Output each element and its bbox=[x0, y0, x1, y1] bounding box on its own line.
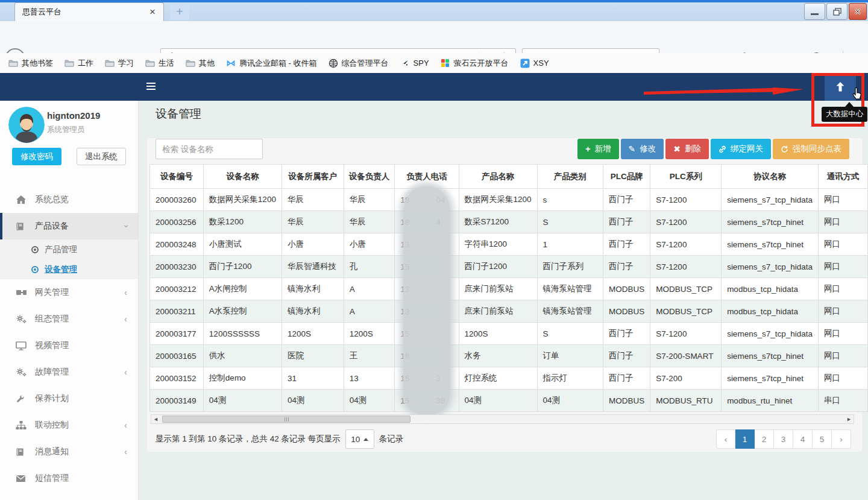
bookmark-item[interactable]: SPY bbox=[400, 59, 429, 68]
action-button-3[interactable]: 绑定网关 bbox=[711, 139, 771, 159]
cell-comm: 网口 bbox=[818, 233, 867, 256]
window-minimize-button[interactable] bbox=[804, 3, 825, 20]
cell-plc_series: S7-1200 bbox=[650, 211, 722, 233]
page-button-4[interactable]: 4 bbox=[793, 429, 813, 449]
sidebar-item-0[interactable]: 系统总览 bbox=[0, 186, 138, 213]
big-data-center-tooltip: 大数据中心 bbox=[822, 107, 867, 122]
cell-customer: 04测 bbox=[281, 390, 344, 412]
change-password-button[interactable]: 修改密码 bbox=[12, 148, 61, 165]
cell-product: 04测 bbox=[459, 390, 537, 412]
page-button-5[interactable]: 5 bbox=[813, 429, 832, 449]
table-row[interactable]: 200003256数采1200华辰华辰184数采S71200S西门子S7-120… bbox=[150, 211, 868, 233]
tab-title: 思普云平台 bbox=[22, 7, 146, 17]
sidebar-item-5[interactable]: 故障管理‹ bbox=[0, 359, 138, 385]
scrollbar-track[interactable] bbox=[160, 415, 844, 423]
page-next-button[interactable]: › bbox=[832, 429, 851, 449]
sidebar-item-6[interactable]: 保养计划 bbox=[0, 385, 138, 412]
big-data-center-button[interactable] bbox=[825, 73, 856, 101]
action-button-1[interactable]: ✎修改 bbox=[621, 139, 664, 159]
table-row[interactable]: 200003165供水医院王18水务订单西门子S7-200-SMARTsieme… bbox=[150, 345, 868, 367]
page-button-3[interactable]: 3 bbox=[774, 429, 793, 449]
x-icon: ✖ bbox=[673, 144, 681, 154]
bookmark-item[interactable]: 综合管理平台 bbox=[329, 58, 389, 69]
new-tab-button[interactable]: + bbox=[170, 4, 189, 20]
page-size-value: 10 bbox=[351, 435, 360, 444]
cell-protocol: siemens_s7_tcp_hidata bbox=[722, 323, 819, 345]
page-button-2[interactable]: 2 bbox=[755, 429, 774, 449]
user-name: hignton2019 bbox=[47, 110, 100, 121]
table-row[interactable]: 200003260数据网关采集1200华辰华辰1804数据网关采集1200s西门… bbox=[150, 189, 868, 211]
sidebar-subitem-1[interactable]: 设备管理 bbox=[0, 259, 138, 279]
bookmark-item[interactable]: 其他 bbox=[186, 58, 215, 69]
action-button-2[interactable]: ✖删除 bbox=[665, 139, 709, 159]
cell-category: 镇海泵站管理 bbox=[537, 278, 603, 300]
bookmark-label: SPY bbox=[414, 59, 429, 68]
sidebar-collapse-icon[interactable] bbox=[146, 83, 156, 92]
cell-plc_series: MODBUS_RTU bbox=[650, 390, 722, 412]
sidebar-item-8[interactable]: 消息通知‹ bbox=[0, 438, 138, 465]
sidebar-item-label: 系统总览 bbox=[35, 194, 69, 205]
page-button-1[interactable]: 1 bbox=[735, 429, 755, 449]
cell-name: A水闸控制 bbox=[203, 278, 281, 300]
bookmark-item[interactable]: 腾讯企业邮箱 - 收件箱 bbox=[226, 58, 317, 69]
app-navbar bbox=[0, 73, 868, 101]
sidebar-subitem-0[interactable]: 产品管理 bbox=[0, 239, 138, 259]
bookmark-item[interactable]: 学习 bbox=[105, 58, 134, 69]
logout-button[interactable]: 退出系统 bbox=[77, 148, 126, 165]
action-button-0[interactable]: +新增 bbox=[577, 139, 618, 159]
sidebar-item-3[interactable]: 组态管理‹ bbox=[0, 306, 138, 332]
window-restore-button[interactable] bbox=[826, 3, 848, 20]
bookmark-item[interactable]: 其他书签 bbox=[8, 58, 53, 69]
bookmark-item[interactable]: XSY bbox=[520, 59, 549, 68]
sidebar-item-9[interactable]: 短信管理 bbox=[0, 465, 138, 492]
title-bar: 思普云平台 × + bbox=[0, 0, 868, 21]
cell-customer: 华辰 bbox=[281, 211, 344, 233]
cell-id: 200003260 bbox=[150, 189, 204, 211]
table-row[interactable]: 200003248小唐测试小唐小唐13字符串12001西门子S7-1200sie… bbox=[150, 233, 868, 256]
sidebar-item-label: 故障管理 bbox=[35, 367, 69, 378]
bookmark-item[interactable]: 萤石云开放平台 bbox=[441, 58, 509, 69]
table-row[interactable]: 2000031771200SSSSSS1200S1200S151200SS西门子… bbox=[150, 323, 868, 345]
book-icon bbox=[16, 221, 28, 232]
action-button-4[interactable]: 强制同步点表 bbox=[773, 139, 849, 159]
table-row[interactable]: 200003211A水泵控制镇海水利A13庶来门前泵站镇海泵站管理MODBUSM… bbox=[150, 300, 868, 323]
sidebar-item-4[interactable]: 视频管理 bbox=[0, 332, 138, 359]
tab-close-icon[interactable]: × bbox=[146, 6, 159, 18]
table-row[interactable]: 200003152控制demo3113153灯控系统指示灯西门子S7-200si… bbox=[150, 367, 868, 390]
scroll-right-arrow[interactable]: ► bbox=[844, 415, 854, 423]
col-header-plc_series: PLC系列 bbox=[650, 165, 722, 189]
scrollbar-thumb[interactable] bbox=[162, 416, 410, 423]
table-row[interactable]: 200003230西门子1200华辰智通科技孔15西门子1200西门子系列西门子… bbox=[150, 256, 868, 278]
sidebar-item-label: 产品设备 bbox=[35, 221, 69, 232]
browser-tab[interactable]: 思普云平台 × bbox=[14, 2, 164, 21]
scroll-left-arrow[interactable]: ◄ bbox=[151, 415, 160, 423]
table-row[interactable]: 200003212A水闸控制镇海水利A13庶来门前泵站镇海泵站管理MODBUSM… bbox=[150, 278, 868, 300]
sidebar-item-2[interactable]: 网关管理‹ bbox=[0, 279, 138, 306]
cell-id: 200003212 bbox=[150, 278, 204, 300]
bookmark-label: 其他 bbox=[199, 58, 215, 69]
page-size-select[interactable]: 10 bbox=[345, 429, 374, 449]
cell-id: 200003152 bbox=[150, 367, 204, 390]
cell-plc_brand: MODBUS bbox=[603, 390, 650, 412]
xsy-icon bbox=[520, 59, 530, 68]
bookmark-item[interactable]: 工作 bbox=[64, 58, 93, 69]
sidebar-item-7[interactable]: 联动控制‹ bbox=[0, 412, 138, 438]
sidebar-item-label: 联动控制 bbox=[35, 420, 69, 431]
avatar[interactable] bbox=[8, 107, 45, 143]
pagination-buttons: ‹12345› bbox=[716, 429, 851, 449]
device-search-input[interactable] bbox=[156, 139, 263, 159]
cell-plc_series: S7-200-SMART bbox=[650, 345, 722, 367]
cell-plc_brand: 西门子 bbox=[603, 256, 650, 278]
cell-category: 镇海泵站管理 bbox=[537, 300, 603, 323]
page-prev-button[interactable]: ‹ bbox=[716, 429, 735, 449]
table-row[interactable]: 20000314904测04测04测153804测04测MODBUSMODBUS… bbox=[150, 390, 868, 412]
horizontal-scrollbar[interactable]: ◄ ► bbox=[151, 414, 854, 424]
sidebar-item-label: 组态管理 bbox=[35, 314, 69, 324]
cell-plc_series: S7-1200 bbox=[650, 189, 722, 211]
cell-product: 灯控系统 bbox=[459, 367, 537, 390]
window-close-button[interactable] bbox=[849, 3, 867, 20]
sidebar-item-1[interactable]: 产品设备‹ bbox=[0, 213, 138, 239]
home-icon bbox=[16, 195, 28, 205]
bookmark-item[interactable]: 生活 bbox=[145, 58, 174, 69]
cell-customer: 镇海水利 bbox=[281, 278, 344, 300]
